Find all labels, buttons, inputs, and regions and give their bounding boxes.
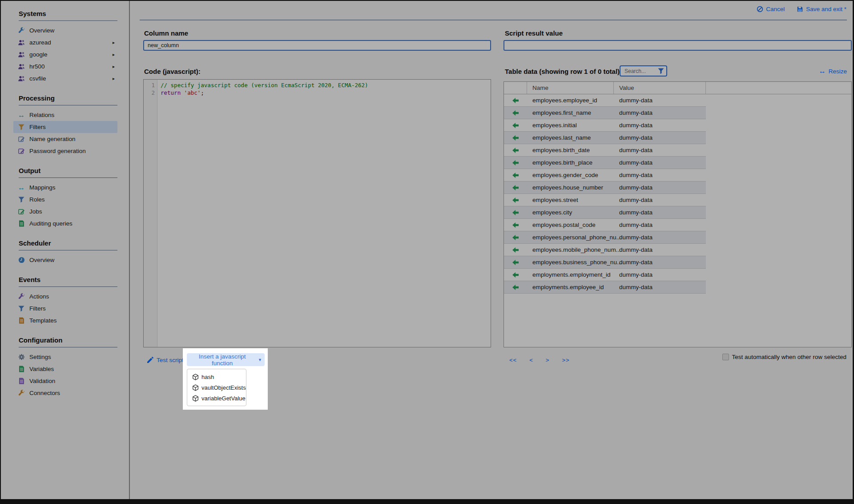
function-menu-item-hash[interactable]: hash <box>187 371 246 382</box>
function-menu-item-vaultobjectexists[interactable]: vaultObjectExists <box>187 382 246 393</box>
cube-icon <box>192 373 199 380</box>
cube-icon <box>192 384 199 391</box>
app-window: SystemsOverviewazuread▸google▸hr500▸csvf… <box>0 0 854 504</box>
chevron-down-icon: ▼ <box>258 358 262 362</box>
tour-dim-overlay <box>1 1 853 499</box>
function-menu-item-label: vaultObjectExists <box>201 384 246 391</box>
function-menu-item-label: hash <box>201 374 214 380</box>
function-menu-item-label: variableGetValue <box>201 395 246 402</box>
function-menu-item-variablegetvalue[interactable]: variableGetValue <box>187 393 246 403</box>
insert-function-menu: hashvaultObjectExistsvariableGetValue <box>187 369 246 406</box>
cube-icon <box>192 395 199 402</box>
insert-function-button-label: Insert a javascript function <box>189 353 255 367</box>
insert-function-dropdown-button[interactable]: Insert a javascript function ▼ <box>187 353 265 366</box>
